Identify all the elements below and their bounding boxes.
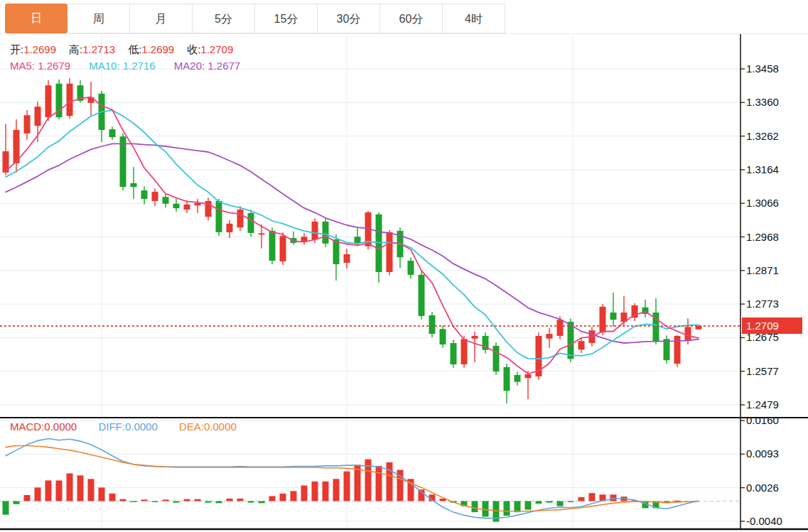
price-axis-label: 1.3164 <box>746 163 779 176</box>
tab-day[interactable]: 日 <box>5 4 68 33</box>
close-label: 收: <box>187 43 200 55</box>
macd-axis-label: 0.0026 <box>746 482 779 494</box>
diff-value: DIFF:0.0000 <box>98 420 157 433</box>
low-label: 低: <box>128 43 141 55</box>
macd-axis-label: 0.0093 <box>746 447 779 460</box>
price-axis-label: 1.2773 <box>746 298 779 310</box>
price-axis-label: 1.3066 <box>746 197 779 210</box>
ma-readout: MA5: 1.2679 MA10: 1.2716 MA20: 1.2677 <box>10 60 256 72</box>
period-tabbar: 日周月5分15分30分60分4时 <box>0 0 808 34</box>
current-price-tag: 1.2709 <box>742 317 802 334</box>
ohlc-readout: 开:1.2699高:1.2713低:1.2699收:1.2709 <box>10 43 246 57</box>
open-label: 开: <box>10 43 23 55</box>
close-value: 1.2709 <box>200 43 233 55</box>
kline-chart-app: 日周月5分15分30分60分4时 开:1.2699高:1.2713低:1.269… <box>0 0 808 532</box>
dea-value: DEA:0.0000 <box>179 420 237 433</box>
tab-week[interactable]: 周 <box>68 4 130 33</box>
tab-5min[interactable]: 5分 <box>193 4 255 33</box>
price-axis-label: 1.2479 <box>746 398 779 411</box>
high-value: 1.2713 <box>82 43 115 55</box>
price-axis-label: 1.2871 <box>746 264 779 277</box>
tab-4hour[interactable]: 4时 <box>443 4 505 33</box>
price-axis-label: 1.2577 <box>746 365 779 378</box>
ma10-value: MA10: 1.2716 <box>89 60 155 72</box>
macd-axis-label: -0.0040 <box>746 515 782 528</box>
price-axis-label: 1.3458 <box>746 63 779 75</box>
tab-30min[interactable]: 30分 <box>318 4 380 33</box>
macd-readout: MACD:0.0000 DIFF:0.0000 DEA:0.0000 <box>10 420 255 433</box>
price-axis-label: 1.3262 <box>746 130 779 143</box>
high-label: 高: <box>69 43 82 55</box>
price-axis-label: 1.3360 <box>746 96 779 109</box>
tab-60min[interactable]: 60分 <box>380 4 443 33</box>
ma5-value: MA5: 1.2679 <box>10 60 70 72</box>
macd-axis-label: 0.0160 <box>746 414 779 427</box>
tab-15min[interactable]: 15分 <box>255 4 318 33</box>
tab-month[interactable]: 月 <box>130 4 193 33</box>
chart-canvas[interactable] <box>0 0 808 532</box>
macd-value: MACD:0.0000 <box>10 420 77 433</box>
current-price-value: 1.2709 <box>746 320 779 332</box>
price-axis-label: 1.2968 <box>746 231 779 244</box>
open-value: 1.2699 <box>23 43 56 55</box>
ma20-value: MA20: 1.2677 <box>174 60 240 72</box>
low-value: 1.2699 <box>141 43 174 55</box>
